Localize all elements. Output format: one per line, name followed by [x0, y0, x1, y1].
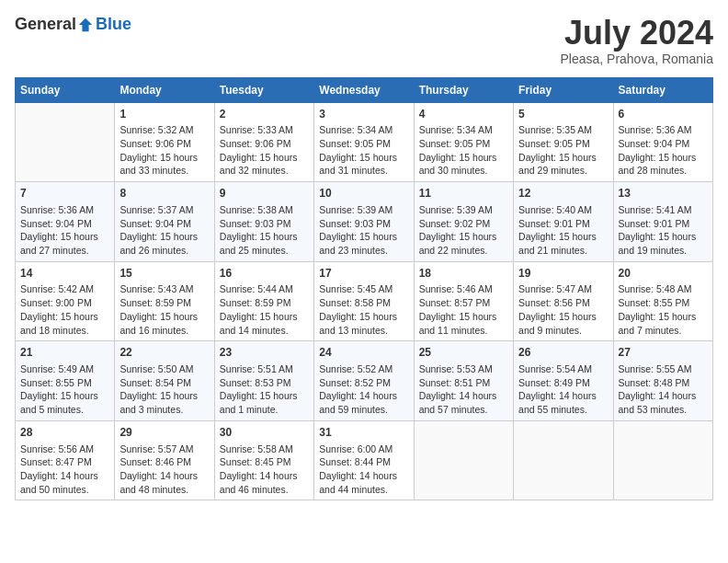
- day-info-line: and 28 minutes.: [619, 164, 708, 178]
- day-info-line: Daylight: 14 hours: [619, 389, 708, 403]
- day-info-line: Sunset: 8:45 PM: [220, 455, 309, 469]
- day-number: 19: [518, 266, 608, 282]
- day-info-line: Daylight: 15 hours: [119, 310, 209, 324]
- day-info-line: Sunset: 9:06 PM: [119, 137, 209, 151]
- day-info-line: Sunset: 9:02 PM: [419, 217, 508, 231]
- day-info-line: Sunrise: 5:38 AM: [220, 203, 309, 217]
- day-info-line: Sunrise: 5:58 AM: [220, 442, 309, 456]
- day-info-line: Sunset: 9:05 PM: [319, 137, 408, 151]
- day-info-line: Daylight: 14 hours: [319, 469, 408, 483]
- calendar-day-27: 27Sunrise: 5:55 AMSunset: 8:48 PMDayligh…: [613, 341, 712, 421]
- calendar-day-18: 18Sunrise: 5:46 AMSunset: 8:57 PMDayligh…: [414, 261, 513, 341]
- day-info-line: and 33 minutes.: [119, 164, 209, 178]
- logo-icon: [77, 17, 94, 33]
- day-info-line: Daylight: 14 hours: [419, 389, 508, 403]
- calendar-day-26: 26Sunrise: 5:54 AMSunset: 8:49 PMDayligh…: [514, 341, 613, 421]
- calendar-week-row: 21Sunrise: 5:49 AMSunset: 8:55 PMDayligh…: [16, 341, 713, 421]
- day-info-line: and 5 minutes.: [20, 403, 109, 417]
- header-day-friday: Friday: [514, 77, 613, 102]
- calendar-day-29: 29Sunrise: 5:57 AMSunset: 8:46 PMDayligh…: [115, 420, 214, 500]
- day-number: 24: [319, 345, 408, 361]
- day-info-line: Sunrise: 5:48 AM: [619, 282, 708, 296]
- day-info-line: Daylight: 15 hours: [20, 310, 109, 324]
- day-info-line: Sunrise: 5:34 AM: [419, 123, 508, 137]
- day-info-line: Daylight: 15 hours: [619, 310, 708, 324]
- day-number: 29: [119, 425, 209, 441]
- day-info-line: Sunset: 9:01 PM: [518, 217, 608, 231]
- calendar-header-row: SundayMondayTuesdayWednesdayThursdayFrid…: [16, 77, 713, 102]
- day-info-line: Daylight: 15 hours: [419, 310, 508, 324]
- day-number: 15: [119, 266, 209, 282]
- day-number: 9: [220, 186, 309, 201]
- day-info-line: and 55 minutes.: [518, 403, 608, 417]
- day-info-line: Sunrise: 5:34 AM: [319, 123, 408, 137]
- day-info-line: Sunset: 8:51 PM: [419, 376, 508, 390]
- calendar-day-13: 13Sunrise: 5:41 AMSunset: 9:01 PMDayligh…: [613, 182, 712, 262]
- day-info-line: and 25 minutes.: [220, 244, 309, 258]
- day-info-line: Sunset: 8:44 PM: [319, 455, 408, 469]
- day-number: 20: [619, 266, 708, 282]
- day-number: 16: [220, 266, 309, 282]
- day-info-line: Sunrise: 6:00 AM: [319, 442, 408, 456]
- day-info-line: and 46 minutes.: [220, 483, 309, 497]
- day-info-line: Daylight: 15 hours: [119, 389, 209, 403]
- day-info-line: Daylight: 15 hours: [220, 389, 309, 403]
- day-info-line: and 30 minutes.: [419, 164, 508, 178]
- day-info-line: Sunrise: 5:45 AM: [319, 282, 408, 296]
- day-number: 28: [20, 425, 109, 441]
- day-info-line: Sunrise: 5:55 AM: [619, 362, 708, 376]
- day-info-line: Sunset: 9:03 PM: [220, 217, 309, 231]
- day-info-line: Sunset: 9:01 PM: [619, 217, 708, 231]
- day-info-line: Sunrise: 5:57 AM: [119, 442, 209, 456]
- calendar-subtitle: Pleasa, Prahova, Romania: [560, 52, 713, 66]
- day-info-line: and 3 minutes.: [119, 403, 209, 417]
- day-number: 6: [619, 107, 708, 122]
- day-info-line: and 9 minutes.: [518, 324, 608, 338]
- calendar-day-31: 31Sunrise: 6:00 AMSunset: 8:44 PMDayligh…: [314, 420, 414, 500]
- day-info-line: Sunset: 9:00 PM: [20, 296, 109, 310]
- header-day-thursday: Thursday: [414, 77, 513, 102]
- day-info-line: and 31 minutes.: [319, 164, 408, 178]
- header-day-tuesday: Tuesday: [214, 77, 313, 102]
- day-number: 1: [119, 107, 209, 122]
- day-info-line: and 57 minutes.: [419, 403, 508, 417]
- day-info-line: Daylight: 15 hours: [119, 151, 209, 165]
- title-block: July 2024 Pleasa, Prahova, Romania: [560, 15, 713, 66]
- day-info-line: Daylight: 15 hours: [619, 151, 708, 165]
- day-number: 23: [220, 345, 309, 361]
- day-info-line: and 29 minutes.: [518, 164, 608, 178]
- day-number: 25: [419, 345, 508, 361]
- calendar-day-14: 14Sunrise: 5:42 AMSunset: 9:00 PMDayligh…: [16, 261, 115, 341]
- day-number: 5: [518, 107, 608, 122]
- calendar-day-5: 5Sunrise: 5:35 AMSunset: 9:05 PMDaylight…: [514, 102, 613, 182]
- day-info-line: and 48 minutes.: [119, 483, 209, 497]
- header-day-wednesday: Wednesday: [314, 77, 414, 102]
- day-number: 31: [319, 425, 408, 441]
- day-info-line: Daylight: 15 hours: [119, 230, 209, 244]
- day-info-line: Daylight: 14 hours: [20, 469, 109, 483]
- day-info-line: Sunrise: 5:51 AM: [220, 362, 309, 376]
- logo-blue: Blue: [96, 15, 131, 34]
- calendar-day-empty: [414, 420, 513, 500]
- calendar-day-empty: [16, 102, 115, 182]
- day-info-line: Sunset: 8:55 PM: [619, 296, 708, 310]
- day-info-line: Sunrise: 5:49 AM: [20, 362, 109, 376]
- day-info-line: Daylight: 14 hours: [518, 389, 608, 403]
- day-info-line: Sunset: 9:04 PM: [119, 217, 209, 231]
- day-info-line: Sunset: 9:04 PM: [619, 137, 708, 151]
- day-info-line: Sunrise: 5:39 AM: [419, 203, 508, 217]
- day-info-line: and 27 minutes.: [20, 244, 109, 258]
- day-info-line: Sunrise: 5:41 AM: [619, 203, 708, 217]
- calendar-day-16: 16Sunrise: 5:44 AMSunset: 8:59 PMDayligh…: [214, 261, 313, 341]
- day-info-line: Sunrise: 5:42 AM: [20, 282, 109, 296]
- day-info-line: Sunset: 9:06 PM: [220, 137, 309, 151]
- calendar-day-empty: [514, 420, 613, 500]
- day-info-line: Daylight: 15 hours: [319, 230, 408, 244]
- day-info-line: and 13 minutes.: [319, 324, 408, 338]
- calendar-day-6: 6Sunrise: 5:36 AMSunset: 9:04 PMDaylight…: [613, 102, 712, 182]
- day-info-line: Sunset: 8:54 PM: [119, 376, 209, 390]
- day-info-line: Sunrise: 5:44 AM: [220, 282, 309, 296]
- day-info-line: and 14 minutes.: [220, 324, 309, 338]
- header-day-sunday: Sunday: [16, 77, 115, 102]
- day-info-line: Sunrise: 5:47 AM: [518, 282, 608, 296]
